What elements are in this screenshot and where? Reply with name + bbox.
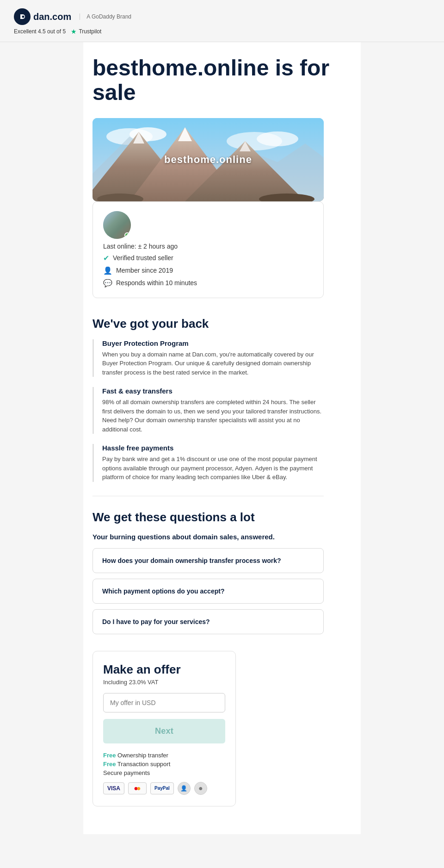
verified-label: Verified trusted seller [113,254,173,262]
protection-item-2: Hassle free payments Pay by bank wire an… [92,444,324,482]
trustpilot-rating: Excellent 4.5 out of 5 [14,28,66,35]
bank-transfer-icon: 👤 [178,782,191,795]
payment-icons: VISA ●● PayPal 👤 ● [103,782,225,795]
protection-title-0: Buyer Protection Program [102,339,324,347]
protection-section: We've got your back Buyer Protection Pro… [92,317,324,482]
trustpilot-stars: ★ [71,28,77,35]
faq-section-title: We get these questions a lot [92,510,324,525]
protection-item-0: Buyer Protection Program When you buy a … [92,339,324,377]
offer-feature-0: Free Ownership transfer [103,752,225,759]
offer-feature-2: Secure payments [103,769,225,776]
response-icon: 💬 [103,279,112,287]
dan-logo[interactable]: dan.com [14,8,71,25]
seller-verified-row: ✔ Verified trusted seller [103,254,313,262]
faq-item-1[interactable]: Which payment options do you accept? [92,579,324,604]
member-since-label: Member since 2019 [116,267,173,274]
protection-item-1: Fast & easy transfers 98% of all domain … [92,387,324,434]
response-time-label: Responds within 10 minutes [116,279,197,287]
protection-section-title: We've got your back [92,317,324,331]
main-content: besthome.online is for sale [83,42,361,834]
offer-title: Make an offer [103,662,225,677]
offer-vat: Including 23.0% VAT [103,679,225,686]
member-icon: 👤 [103,266,112,275]
protection-text-2: Pay by bank wire and get a 1% discount o… [102,455,324,482]
offer-feature-1: Free Transaction support [103,761,225,768]
svg-point-1 [22,16,25,18]
online-indicator [124,232,130,238]
free-tag-0: Free [103,752,116,759]
domain-image-overlay: besthome.online [92,118,324,201]
last-online-text: Last online: ± 2 hours ago [103,243,178,250]
free-tag-1: Free [103,761,116,768]
godaddy-brand: A GoDaddy Brand [80,13,131,20]
faq-question-0: How does your domain ownership transfer … [102,557,314,564]
dan-logo-icon [14,8,31,25]
domain-hero-image: besthome.online [92,118,324,201]
domain-image-text: besthome.online [164,154,252,166]
faq-question-1: Which payment options do you accept? [102,587,314,595]
offer-features: Free Ownership transfer Free Transaction… [103,752,225,776]
visa-icon: VISA [103,782,124,794]
protection-title-1: Fast & easy transfers [102,387,324,395]
protection-text-1: 98% of all domain ownership transfers ar… [102,398,324,434]
protection-title-2: Hassle free payments [102,444,324,452]
offer-section: Make an offer Including 23.0% VAT Next F… [92,651,236,806]
faq-item-2[interactable]: Do I have to pay for your services? [92,609,324,634]
feature-label-1: Transaction support [117,761,170,768]
feature-label-0: Ownership transfer [117,752,168,759]
other-payment-icon: ● [194,782,207,795]
paypal-icon: PayPal [150,782,174,794]
offer-input[interactable] [103,693,225,712]
trustpilot-label: Trustpilot [79,28,101,35]
dan-logo-text: dan.com [33,12,71,22]
mastercard-icon: ●● [128,782,147,794]
trustpilot: Excellent 4.5 out of 5 ★ Trustpilot [14,28,430,35]
verified-icon: ✔ [103,254,109,262]
next-button[interactable]: Next [103,719,225,743]
seller-card: Last online: ± 2 hours ago ✔ Verified tr… [92,201,324,298]
section-divider [92,496,324,496]
faq-section: We get these questions a lot Your burnin… [92,510,324,634]
faq-item-0[interactable]: How does your domain ownership transfer … [92,548,324,573]
faq-question-2: Do I have to pay for your services? [102,618,314,625]
protection-text-0: When you buy a domain name at Dan.com, y… [102,350,324,377]
seller-member-row: 👤 Member since 2019 [103,266,313,275]
faq-subtitle: Your burning questions about domain sale… [92,533,324,541]
header: dan.com A GoDaddy Brand Excellent 4.5 ou… [0,0,444,42]
seller-response-row: 💬 Responds within 10 minutes [103,279,313,287]
page-title: besthome.online is for sale [92,56,352,105]
seller-last-online: Last online: ± 2 hours ago [103,243,313,250]
seller-avatar [103,211,131,239]
feature-label-2: Secure payments [103,769,150,776]
